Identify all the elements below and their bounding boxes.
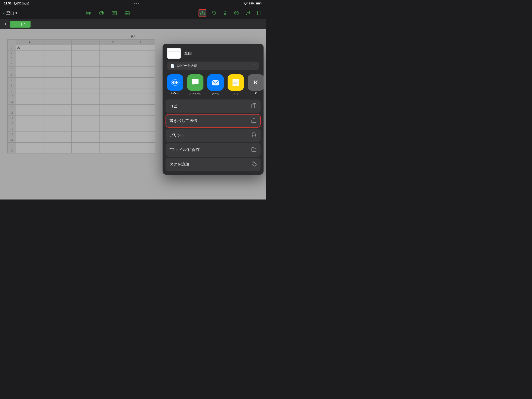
messages-app-item[interactable]: メッセージ (187, 74, 203, 96)
comment-icon[interactable] (244, 9, 252, 17)
copy-label: コピー (169, 104, 181, 109)
svg-text:T: T (235, 12, 237, 15)
messages-label: メッセージ (189, 92, 201, 96)
main-content: + シート１ 表1 ABCDE 1 あ (0, 19, 266, 200)
panel-header: 空白 (163, 44, 264, 62)
send-mode-doc-icon: 📄 (170, 64, 175, 68)
toolbar: ‹ 空白 ▾ (0, 7, 266, 19)
save-files-icon (251, 147, 257, 153)
print-icon (251, 132, 257, 139)
status-date: 1月30日(火) (14, 1, 29, 6)
doc-title-chevron: ▾ (16, 11, 17, 15)
add-tag-label: タグを追加 (169, 162, 189, 167)
share-panel: 空白 📄 コピーを送信 ⌃ (163, 44, 264, 175)
insert-chart-icon[interactable] (98, 9, 105, 17)
notes-label: メモ (233, 92, 238, 96)
toolbar-right: T (199, 9, 263, 17)
airdrop-label: AirDrop (171, 92, 179, 95)
svg-rect-0 (86, 11, 91, 15)
print-label: プリント (169, 133, 185, 138)
svg-point-22 (175, 82, 176, 83)
doc-thumbnail (167, 48, 181, 59)
svg-point-12 (224, 12, 226, 14)
insert-media-icon[interactable] (123, 9, 131, 17)
status-right: 83% (244, 2, 262, 5)
mail-label: メール (212, 92, 219, 96)
notes-app-item[interactable]: メモ (228, 74, 244, 96)
format-icon[interactable]: T (233, 9, 240, 17)
insert-table-icon[interactable] (85, 9, 93, 17)
airdrop-icon (167, 74, 183, 91)
copy-icon (251, 103, 257, 110)
toolbar-center (17, 9, 199, 17)
three-dots (134, 3, 139, 4)
back-button[interactable]: ‹ (3, 10, 5, 16)
svg-rect-25 (233, 79, 239, 86)
undo-button[interactable] (210, 9, 218, 17)
mail-app-item[interactable]: メール (207, 74, 224, 96)
svg-rect-30 (252, 104, 255, 108)
pin-icon[interactable] (221, 9, 229, 17)
battery-icon (256, 2, 262, 5)
export-send-action[interactable]: 書き出して送信 (166, 114, 261, 128)
sheet-tabs: + シート１ (0, 19, 266, 29)
more-icon: K (248, 74, 264, 91)
battery-percent: 83% (249, 2, 254, 5)
app-icons-row: AirDrop メッセージ (163, 73, 264, 100)
doc-thumb-grid (168, 49, 180, 58)
svg-point-34 (253, 163, 253, 163)
svg-point-33 (255, 134, 255, 135)
sheet-tab-1[interactable]: シート１ (10, 21, 31, 28)
send-mode-chevron-icon: ⌃ (253, 64, 256, 67)
send-mode-label: コピーを送信 (177, 64, 251, 68)
save-files-label: "ファイル"に保存 (169, 147, 200, 152)
export-send-label: 書き出して送信 (169, 118, 197, 123)
notes-icon (228, 74, 244, 91)
status-time: 11:53 (4, 2, 12, 5)
view-options-icon[interactable] (255, 9, 263, 17)
panel-title: 空白 (184, 51, 192, 56)
more-label: K (255, 92, 257, 95)
svg-rect-32 (253, 135, 255, 137)
doc-title[interactable]: 空白 ▾ (6, 10, 17, 16)
content-area: 表1 ABCDE 1 あ 2 3 (0, 29, 266, 200)
insert-form-icon[interactable] (110, 9, 118, 17)
action-list: コピー 書き出して送信 (166, 100, 261, 175)
add-sheet-button[interactable]: + (2, 21, 9, 28)
status-left: 11:53 1月30日(火) (4, 1, 29, 6)
send-mode-selector[interactable]: 📄 コピーを送信 ⌃ (167, 62, 259, 70)
save-files-action[interactable]: "ファイル"に保存 (166, 143, 261, 157)
print-action[interactable]: プリント (166, 129, 261, 142)
add-tag-icon (251, 161, 257, 168)
status-bar: 11:53 1月30日(火) 83% (0, 0, 266, 7)
copy-action[interactable]: コピー (166, 100, 261, 113)
airdrop-app-item[interactable]: AirDrop (167, 74, 183, 95)
more-app-item[interactable]: K K (248, 74, 264, 95)
share-button[interactable] (199, 9, 206, 17)
export-send-icon (251, 117, 257, 124)
messages-icon (187, 74, 203, 91)
add-tag-action[interactable]: タグを追加 (166, 158, 261, 171)
doc-title-text: 空白 (6, 10, 15, 16)
toolbar-left: ‹ 空白 ▾ (3, 10, 17, 16)
mail-icon (207, 74, 224, 91)
wifi-icon (244, 2, 248, 5)
